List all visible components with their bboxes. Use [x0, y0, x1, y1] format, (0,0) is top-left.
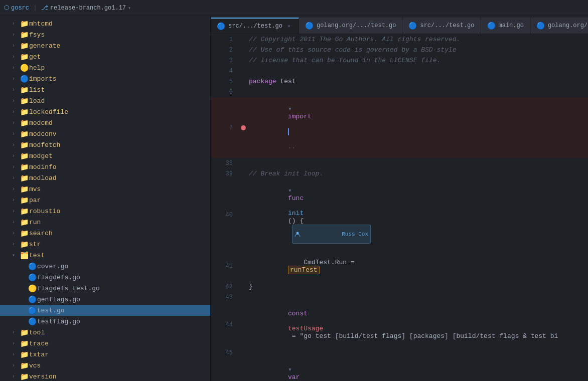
tab-file-icon: 🔵 [536, 22, 545, 30]
tab-label: golang.org/.../test.go [317, 22, 396, 29]
folder-icon: 📁 [20, 240, 29, 249]
line-content: CmdTest.Run = runTest [249, 251, 584, 281]
branch-selector[interactable]: ⎇ release-branch.go1.17 ▾ [41, 4, 131, 12]
file-label: flagdefs.go [37, 274, 80, 281]
folder-label: get [29, 53, 41, 61]
sidebar-item-get[interactable]: › 📁 get [0, 51, 210, 62]
folder-label: run [29, 219, 41, 226]
branch-icon: ⎇ [41, 4, 48, 12]
sidebar-item-modinfo[interactable]: › 📁 modinfo [0, 161, 210, 172]
sidebar-item-mhtcmd[interactable]: › 📁 mhtcmd [0, 18, 210, 29]
separator: | [33, 4, 37, 12]
sidebar-item-robustio[interactable]: › 📁 robustio [0, 206, 210, 217]
folder-icon: 📁 [20, 350, 29, 359]
file-label: test.go [37, 307, 65, 314]
folder-label: mvs [29, 185, 41, 193]
sidebar-item-tool[interactable]: › 📁 tool [0, 327, 210, 338]
tab-main-go[interactable]: 🔵 main.go [481, 18, 530, 34]
sidebar-item-trace[interactable]: › 📁 trace [0, 338, 210, 349]
sidebar-item-cover-go[interactable]: 🔵 cover.go [0, 261, 210, 272]
folder-label: imports [29, 75, 57, 83]
line-num: 38 [215, 160, 233, 167]
sidebar-item-version[interactable]: › 📁 version [0, 371, 210, 381]
go-file-icon: 🔵 [28, 262, 37, 271]
code-editor: 1 // Copyright 2011 The Go Authors. All … [211, 34, 588, 381]
code-line-3: 3 // license that can be found in the LI… [211, 55, 588, 66]
code-line-5: 5 package test [211, 76, 588, 87]
folder-label: modcmd [29, 119, 53, 127]
sidebar-item-str[interactable]: › 📁 str [0, 239, 210, 250]
line-num: 40 [215, 212, 233, 219]
go-test-file-icon: 🟡 [28, 284, 37, 293]
folder-icon: 📁 [20, 185, 29, 194]
file-label: flagdefs_test.go [37, 285, 100, 292]
expand-arrow: › [12, 374, 20, 379]
line-num: 42 [215, 283, 233, 290]
folder-icon: 📁 [20, 229, 29, 238]
sidebar-item-modconv[interactable]: › 📁 modconv [0, 128, 210, 139]
sidebar-item-help[interactable]: › 🟡 help [0, 62, 210, 73]
sidebar-item-test[interactable]: ▾ 🗂️ test [0, 250, 210, 261]
sidebar-item-vcs[interactable]: › 📁 vcs [0, 360, 210, 371]
tab-golang-test-go-2[interactable]: 🔵 golang.org/.../test.go [530, 18, 588, 34]
expand-arrow: › [12, 120, 20, 126]
sidebar-item-generate[interactable]: › 📁 generate [0, 40, 210, 51]
expand-arrow: › [12, 330, 20, 335]
fold-icon[interactable]: ▾ [288, 187, 292, 195]
sidebar-item-flagdefs-go[interactable]: 🔵 flagdefs.go [0, 272, 210, 283]
tab-src-test-go-active[interactable]: 🔵 src/.../test.go ✕ [211, 18, 299, 34]
sidebar-item-modfetch[interactable]: › 📁 modfetch [0, 139, 210, 150]
folder-icon: 📁 [20, 97, 29, 105]
folder-icon: 📁 [20, 53, 29, 61]
sidebar-item-load[interactable]: › 📁 load [0, 95, 210, 106]
sidebar-item-fsys[interactable]: › 📁 fsys [0, 29, 210, 40]
tab-src-test-go-2[interactable]: 🔵 src/.../test.go [402, 18, 481, 34]
folder-icon: 📁 [20, 339, 29, 348]
tab-close-button[interactable]: ✕ [285, 23, 292, 30]
line-num: 43 [215, 294, 233, 301]
folder-label: generate [29, 42, 60, 50]
sidebar-item-imports[interactable]: › 🔵 imports [0, 73, 210, 84]
sidebar-item-test-go[interactable]: 🔵 test.go [0, 305, 210, 316]
sidebar-item-par[interactable]: › 📁 par [0, 195, 210, 206]
sidebar-item-genflags-go[interactable]: 🔵 genflags.go [0, 294, 210, 305]
line-content: } [249, 283, 584, 290]
line-content: const testUsage = "go test [build/test f… [249, 302, 584, 347]
expand-arrow: › [12, 209, 20, 214]
folder-icon: 🔵 [20, 75, 29, 83]
folder-label: lockedfile [29, 108, 68, 116]
sidebar-item-modload[interactable]: › 📁 modload [0, 172, 210, 183]
go-file-icon: 🔵 [28, 295, 37, 304]
tab-golang-test-go[interactable]: 🔵 golang.org/.../test.go [299, 18, 402, 34]
sidebar-item-testflag-go[interactable]: 🔵 testflag.go [0, 316, 210, 327]
fold-icon[interactable]: ▾ [288, 105, 292, 113]
sidebar-item-search[interactable]: › 📁 search [0, 228, 210, 239]
main-layout: › 📁 mhtcmd › 📁 fsys › 📁 generate › 📁 get… [0, 16, 588, 381]
line-content: package test [249, 78, 584, 85]
folder-icon: 🟡 [20, 64, 29, 72]
fold-icon[interactable]: ▾ [288, 366, 292, 373]
sidebar-item-txtar[interactable]: › 📁 txtar [0, 349, 210, 360]
expand-arrow: › [12, 242, 20, 247]
sidebar-item-list[interactable]: › 📁 list [0, 84, 210, 95]
line-num: 1 [215, 36, 233, 43]
sidebar-item-modcmd[interactable]: › 📁 modcmd [0, 117, 210, 128]
project-selector[interactable]: ⬡ gosrc [4, 4, 29, 12]
file-label: genflags.go [37, 296, 80, 303]
sidebar-item-mvs[interactable]: › 📁 mvs [0, 183, 210, 195]
line-content: // license that can be found in the LICE… [249, 57, 584, 64]
expand-arrow: › [12, 65, 20, 71]
folder-icon: 📁 [20, 196, 29, 205]
code-line-38: 38 [211, 158, 588, 168]
folder-icon: 📁 [20, 31, 29, 39]
sidebar-item-modget[interactable]: › 📁 modget [0, 150, 210, 161]
sidebar-item-flagdefs-test-go[interactable]: 🟡 flagdefs_test.go [0, 283, 210, 294]
code-line-40: 40 ▾ func init () { Russ Cox [211, 179, 588, 251]
code-line-42: 42 } [211, 281, 588, 292]
sidebar-item-lockedfile[interactable]: › 📁 lockedfile [0, 106, 210, 117]
folder-label: modinfo [29, 163, 57, 171]
sidebar-item-run[interactable]: › 📁 run [0, 217, 210, 228]
folder-label: modconv [29, 130, 57, 138]
folder-label: par [29, 197, 41, 204]
expand-arrow: › [12, 32, 20, 38]
